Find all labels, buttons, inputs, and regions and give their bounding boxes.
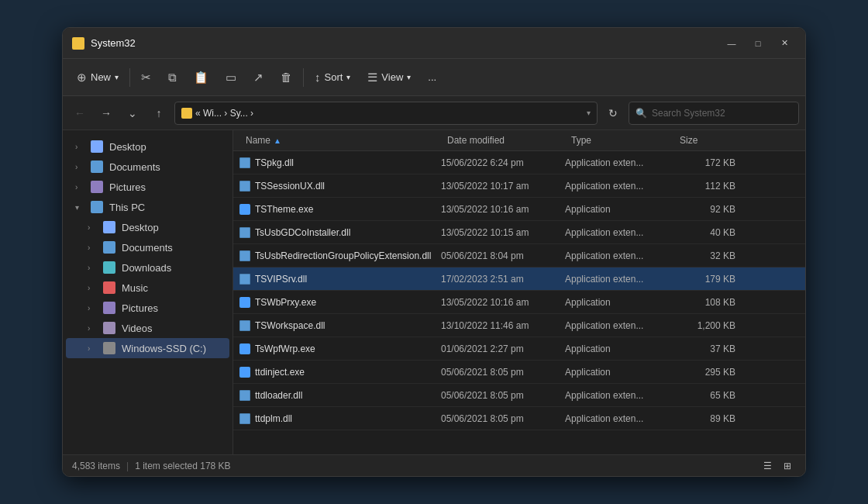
copy-button[interactable]: ⧉ — [160, 66, 184, 89]
toolbar: ⊕ New ▾ ✂ ⧉ 📋 ▭ ↗ 🗑 ↕ Sort ▾ ☰ — [63, 59, 805, 96]
sort-button[interactable]: ↕ Sort ▾ — [307, 66, 358, 88]
recent-button[interactable]: ⌄ — [122, 102, 143, 124]
view-toggle: ☰ ⊞ — [759, 457, 796, 475]
item-count: 4,583 items — [72, 461, 120, 471]
up-button[interactable]: ↑ — [148, 102, 170, 124]
pics-icon — [103, 302, 115, 314]
file-size: 179 KB — [673, 274, 735, 285]
file-size: 65 KB — [673, 390, 735, 401]
file-type: Application exten... — [565, 274, 673, 285]
table-row[interactable]: TsUsbRedirectionGroupPolicyExtension.dll… — [233, 244, 805, 268]
col-name[interactable]: Name ▲ — [239, 130, 441, 150]
table-row[interactable]: TsWpfWrp.exe01/06/2021 2:27 pmApplicatio… — [233, 337, 805, 361]
back-button[interactable]: ← — [69, 102, 91, 124]
new-button[interactable]: ⊕ New ▾ — [69, 66, 126, 89]
dll-icon — [239, 320, 250, 331]
table-row[interactable]: TSpkg.dll15/06/2022 6:24 pmApplication e… — [233, 151, 805, 174]
file-date: 01/06/2021 2:27 pm — [441, 343, 565, 354]
col-type[interactable]: Type — [565, 130, 673, 150]
sidebar-item-pictures[interactable]: ›Pictures — [66, 298, 229, 318]
breadcrumb-folder-icon — [181, 108, 192, 119]
table-row[interactable]: TSTheme.exe13/05/2022 10:16 amApplicatio… — [233, 198, 805, 221]
folder-icon — [72, 37, 84, 50]
close-button[interactable]: ✕ — [773, 36, 796, 51]
exe-icon — [239, 204, 250, 215]
view-icon: ☰ — [367, 71, 377, 85]
table-row[interactable]: TSVIPSrv.dll17/02/2023 2:51 amApplicatio… — [233, 268, 805, 291]
downloads-icon — [103, 261, 115, 274]
breadcrumb-chevron-icon[interactable]: ▾ — [587, 109, 591, 117]
delete-button[interactable]: 🗑 — [273, 66, 300, 88]
file-size: 295 KB — [673, 367, 735, 378]
status-bar: 4,583 items | 1 item selected 178 KB ☰ ⊞ — [63, 454, 805, 476]
forward-button[interactable]: → — [95, 102, 117, 124]
sidebar-chevron-icon: › — [88, 324, 97, 333]
maximize-button[interactable]: □ — [746, 36, 770, 51]
rename-icon: ▭ — [226, 71, 236, 85]
share-icon: ↗ — [253, 71, 264, 85]
sidebar-item-windows-ssd-(c:)[interactable]: ›Windows-SSD (C:) — [66, 338, 229, 358]
file-date: 15/06/2022 6:24 pm — [441, 157, 565, 168]
table-row[interactable]: ttdloader.dll05/06/2021 8:05 pmApplicati… — [233, 384, 805, 407]
file-type: Application exten... — [565, 390, 673, 401]
table-row[interactable]: TsUsbGDCoInstaller.dll13/05/2022 10:15 a… — [233, 221, 805, 244]
more-button[interactable]: ... — [420, 67, 444, 88]
paste-button[interactable]: 📋 — [186, 66, 216, 89]
dll-icon — [239, 227, 250, 238]
file-date: 05/06/2021 8:05 pm — [441, 390, 565, 401]
col-date[interactable]: Date modified — [441, 130, 565, 150]
share-button[interactable]: ↗ — [246, 66, 271, 89]
refresh-button[interactable]: ↻ — [602, 102, 624, 124]
table-row[interactable]: ttdplm.dll05/06/2021 8:05 pmApplication … — [233, 407, 805, 430]
search-box[interactable]: 🔍 Search System32 — [629, 102, 799, 125]
sidebar-item-desktop[interactable]: ›Desktop — [66, 217, 229, 237]
drive-icon — [103, 342, 115, 354]
sidebar-item-this-pc[interactable]: ▾This PC — [66, 197, 229, 217]
sort-chevron-icon: ▾ — [346, 73, 350, 81]
cut-button[interactable]: ✂ — [133, 66, 159, 89]
sidebar-chevron-icon: › — [75, 143, 84, 151]
file-name: TSWbPrxy.exe — [239, 297, 441, 308]
rename-button[interactable]: ▭ — [218, 66, 244, 89]
search-placeholder: Search System32 — [652, 108, 725, 119]
list-view-button[interactable]: ☰ — [759, 457, 776, 475]
thispc-icon — [91, 201, 103, 213]
table-row[interactable]: TSSessionUX.dll13/05/2022 10:17 amApplic… — [233, 174, 805, 198]
sort-arrow-icon: ▲ — [274, 136, 281, 145]
file-type: Application — [565, 297, 673, 308]
dll-icon — [239, 181, 250, 192]
desktop-icon — [103, 221, 115, 233]
grid-view-button[interactable]: ⊞ — [779, 457, 796, 475]
file-type: Application exten... — [565, 227, 673, 238]
dll-icon — [239, 274, 250, 285]
exe-icon — [239, 343, 250, 354]
sidebar-item-label: Desktop — [122, 222, 159, 233]
sidebar-item-videos[interactable]: ›Videos — [66, 318, 229, 338]
table-row[interactable]: ttdinject.exe05/06/2021 8:05 pmApplicati… — [233, 361, 805, 384]
file-date: 17/02/2023 2:51 am — [441, 274, 565, 285]
table-row[interactable]: TSWbPrxy.exe13/05/2022 10:16 amApplicati… — [233, 291, 805, 314]
sidebar-item-pictures[interactable]: ›Pictures — [66, 177, 229, 197]
sidebar-item-label: Pictures — [122, 302, 158, 314]
col-size[interactable]: Size — [673, 130, 735, 150]
table-row[interactable]: TSWorkspace.dll13/10/2022 11:46 amApplic… — [233, 314, 805, 337]
breadcrumb-text: « Wi... › Sy... › — [195, 108, 253, 119]
sidebar-item-documents[interactable]: ›Documents — [66, 157, 229, 177]
file-name: ttdinject.exe — [239, 367, 441, 378]
sidebar-chevron-icon: › — [75, 183, 84, 192]
sidebar-chevron-icon: › — [88, 284, 97, 292]
sidebar-item-desktop[interactable]: ›Desktop — [66, 136, 229, 157]
sidebar-item-documents[interactable]: ›Documents — [66, 237, 229, 257]
sidebar-item-music[interactable]: ›Music — [66, 278, 229, 298]
file-type: Application exten... — [565, 413, 673, 424]
sidebar-item-downloads[interactable]: ›Downloads — [66, 257, 229, 278]
file-name: TsWpfWrp.exe — [239, 343, 441, 354]
view-button[interactable]: ☰ View ▾ — [360, 66, 418, 89]
sidebar-item-label: This PC — [109, 202, 145, 213]
sidebar-chevron-icon: ▾ — [75, 203, 84, 212]
view-chevron-icon: ▾ — [407, 73, 411, 81]
breadcrumb[interactable]: « Wi... › Sy... › ▾ — [174, 102, 598, 125]
file-date: 13/05/2022 10:16 am — [441, 297, 565, 308]
minimize-button[interactable]: — — [720, 36, 743, 51]
file-date: 13/10/2022 11:46 am — [441, 320, 565, 331]
